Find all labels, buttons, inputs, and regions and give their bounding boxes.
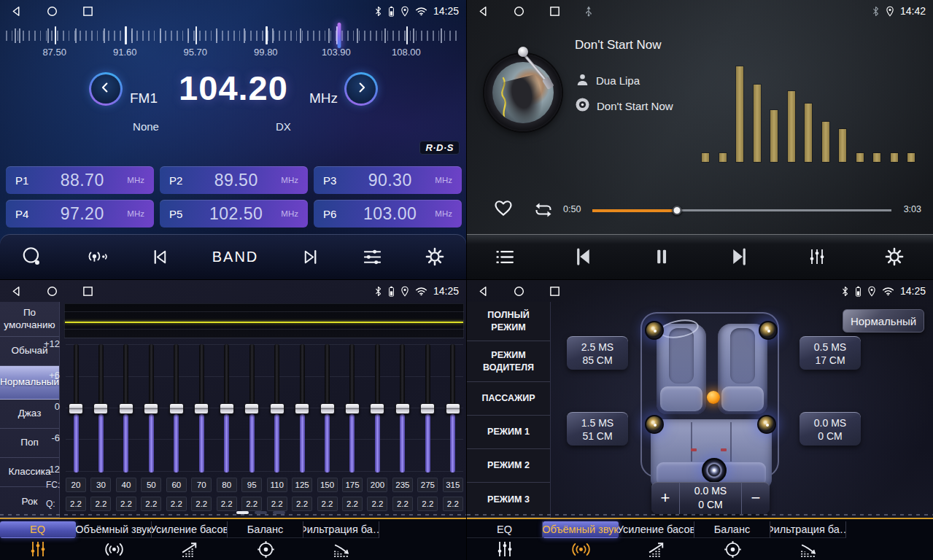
front-left-delay-badge[interactable]: 2.5 MS 85 CM	[567, 336, 628, 370]
frequency-ruler[interactable]	[6, 24, 460, 47]
slider-handle[interactable]	[169, 403, 184, 414]
recents-icon[interactable]	[82, 286, 93, 297]
slider-handle[interactable]	[345, 403, 360, 414]
eq-preset-item[interactable]: По умолчанию	[0, 302, 59, 337]
previous-track-icon[interactable]	[572, 246, 594, 268]
radio-preset-button[interactable]: P1 88.70 MHz	[6, 166, 154, 194]
q-value[interactable]: 2.2	[66, 497, 86, 511]
q-value[interactable]: 2.2	[342, 497, 363, 511]
eq-mixer-icon[interactable]	[808, 248, 826, 265]
seek-bar[interactable]	[592, 209, 891, 211]
eq-band-slider[interactable]	[116, 344, 136, 474]
q-value[interactable]: 2.2	[241, 497, 262, 511]
rear-left-delay-badge[interactable]: 1.5 MS 51 CM	[567, 412, 628, 446]
back-icon[interactable]	[11, 6, 22, 17]
seek-bar-thumb[interactable]	[673, 206, 682, 215]
broadcast-icon[interactable]	[85, 247, 109, 267]
recents-icon[interactable]	[82, 6, 93, 17]
rear-right-speaker-icon[interactable]	[757, 415, 776, 434]
album-art[interactable]	[484, 54, 562, 131]
tab-surround[interactable]: Объёмный звук	[76, 521, 152, 560]
slider-handle[interactable]	[446, 403, 460, 414]
slider-handle[interactable]	[320, 403, 335, 414]
q-value[interactable]: 2.2	[367, 497, 387, 511]
fc-value[interactable]: 70	[191, 478, 212, 492]
tab-eq[interactable]: EQ	[467, 521, 543, 560]
gear-icon[interactable]	[884, 246, 905, 267]
front-right-delay-badge[interactable]: 0.5 MS 17 CM	[800, 336, 861, 370]
recents-icon[interactable]	[549, 286, 560, 297]
fc-value[interactable]: 150	[317, 478, 338, 492]
back-icon[interactable]	[11, 286, 22, 297]
eq-band-slider[interactable]	[317, 344, 338, 474]
tab-balance[interactable]: Баланс	[694, 521, 770, 560]
fc-value[interactable]: 80	[217, 478, 237, 492]
q-value[interactable]: 2.2	[116, 497, 136, 511]
front-left-speaker-icon[interactable]	[645, 321, 664, 340]
eq-band-slider[interactable]	[267, 344, 287, 474]
tuner-settings-icon[interactable]	[362, 248, 383, 266]
tab-eq[interactable]: EQ	[0, 521, 76, 560]
fc-value[interactable]: 60	[166, 478, 187, 492]
listening-mode-item[interactable]: РЕЖИМ ВОДИТЕЛЯ	[467, 341, 550, 382]
back-icon[interactable]	[478, 286, 489, 297]
eq-band-slider[interactable]	[342, 344, 363, 474]
fc-value[interactable]: 50	[141, 478, 161, 492]
eq-band-slider[interactable]	[141, 344, 161, 474]
slider-handle[interactable]	[395, 403, 410, 414]
eq-band-slider[interactable]	[443, 344, 463, 474]
eq-band-slider[interactable]	[166, 344, 187, 474]
listening-mode-item[interactable]: РЕЖИМ 3	[467, 483, 550, 518]
subwoofer-icon[interactable]	[702, 458, 727, 483]
tab-bass-boost[interactable]: Усиление басов	[152, 521, 228, 560]
increase-delay-button[interactable]: +	[651, 482, 679, 514]
q-value[interactable]: 2.2	[217, 497, 237, 511]
listening-mode-item[interactable]: ПОЛНЫЙ РЕЖИМ	[467, 302, 550, 341]
slider-handle[interactable]	[370, 403, 384, 414]
radio-preset-button[interactable]: P5 102.50 MHz	[160, 200, 308, 228]
fc-value[interactable]: 110	[267, 478, 287, 492]
fc-value[interactable]: 95	[241, 478, 262, 492]
slider-handle[interactable]	[295, 403, 309, 414]
q-value[interactable]: 2.2	[90, 497, 111, 511]
tab-bass-filter[interactable]: Фильтрация ба…	[770, 521, 846, 560]
slider-handle[interactable]	[194, 403, 209, 414]
repeat-icon[interactable]	[533, 201, 554, 219]
listening-mode-item[interactable]: РЕЖИМ 1	[467, 416, 550, 449]
q-value[interactable]: 2.2	[191, 497, 212, 511]
fc-value[interactable]: 40	[116, 478, 136, 492]
slider-handle[interactable]	[420, 403, 435, 414]
q-value[interactable]: 2.2	[267, 497, 287, 511]
tune-up-button[interactable]	[344, 72, 378, 106]
q-value[interactable]: 2.2	[417, 497, 438, 511]
home-icon[interactable]	[514, 286, 524, 297]
tab-bass-filter[interactable]: Фильтрация ба…	[303, 521, 379, 560]
tuned-frequency-indicator[interactable]	[338, 23, 341, 48]
home-icon[interactable]	[47, 286, 58, 297]
radio-preset-button[interactable]: P2 89.50 MHz	[160, 166, 308, 194]
radio-preset-button[interactable]: P6 103.00 MHz	[314, 200, 462, 228]
band-button[interactable]: BAND	[212, 249, 259, 265]
fc-value[interactable]: 175	[342, 478, 363, 492]
home-icon[interactable]	[47, 6, 58, 17]
playlist-icon[interactable]	[495, 249, 515, 265]
tune-down-button[interactable]	[89, 72, 123, 106]
q-value[interactable]: 2.2	[141, 497, 161, 511]
gear-icon[interactable]	[425, 246, 445, 267]
rear-right-delay-badge[interactable]: 0.0 MS 0 CM	[800, 412, 861, 446]
recents-icon[interactable]	[549, 6, 560, 17]
listening-mode-item[interactable]: ПАССАЖИР	[467, 382, 550, 416]
scan-search-icon[interactable]	[21, 246, 43, 268]
q-value[interactable]: 2.2	[166, 497, 187, 511]
slider-handle[interactable]	[244, 403, 259, 414]
slider-handle[interactable]	[220, 403, 234, 414]
eq-band-slider[interactable]	[417, 344, 438, 474]
eq-band-slider[interactable]	[66, 344, 86, 474]
eq-band-slider[interactable]	[90, 344, 111, 474]
eq-band-slider[interactable]	[241, 344, 262, 474]
eq-band-slider[interactable]	[191, 344, 212, 474]
slider-handle[interactable]	[144, 403, 158, 414]
slider-handle[interactable]	[69, 403, 83, 414]
fc-value[interactable]: 235	[392, 478, 413, 492]
eq-band-slider[interactable]	[392, 344, 413, 474]
